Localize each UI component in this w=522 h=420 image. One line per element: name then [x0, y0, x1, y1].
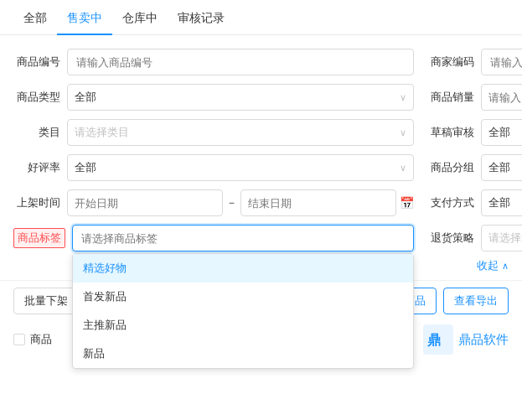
tab-selling[interactable]: 售卖中 — [57, 11, 112, 34]
return-policy-label: 退货策略 — [427, 231, 474, 246]
date-separator: － — [226, 195, 237, 210]
tabs-bar: 全部 售卖中 仓库中 审核记录 — [0, 0, 522, 35]
product-tag-dropdown-container: 精选好物 首发新品 主推新品 新品 — [72, 225, 414, 251]
logo-area: 鼎 鼎品软件 — [423, 324, 509, 355]
product-type-select[interactable]: 全部 ∨ — [67, 84, 414, 111]
date-end-input[interactable] — [240, 189, 396, 216]
form-area: 商品编号 商家编码 商品类型 全部 ∨ 商品销量 ～ 类目 请选择类目 ∨ 草稿… — [0, 35, 522, 258]
logo-icon: 鼎 — [423, 324, 453, 355]
draft-audit-label: 草稿审核 — [427, 125, 474, 140]
svg-text:鼎: 鼎 — [427, 333, 441, 347]
return-policy-placeholder: 请选择退货策略 — [488, 231, 522, 246]
dropdown-item-2[interactable]: 主推新品 — [73, 311, 413, 340]
return-policy-row: 退货策略 请选择退货策略 ∨ — [427, 225, 522, 251]
sales-qty-label: 商品销量 — [427, 90, 474, 105]
chevron-down-icon: ∨ — [400, 163, 406, 174]
product-group-value: 全部 — [488, 160, 510, 175]
tab-audit[interactable]: 审核记录 — [168, 11, 235, 34]
select-all-row: 商品 — [13, 332, 52, 347]
chevron-up-icon: ∧ — [502, 261, 509, 272]
payment-method-label: 支付方式 — [427, 195, 474, 210]
payment-method-value: 全部 — [488, 195, 510, 210]
draft-audit-select[interactable]: 全部 ∨ — [481, 119, 522, 146]
chevron-down-icon: ∨ — [400, 127, 406, 138]
product-tag-label: 商品标签 — [13, 228, 65, 248]
product-group-row: 商品分组 全部 ∨ — [427, 154, 522, 181]
sales-qty-inputs: ～ — [481, 84, 522, 111]
good-rate-label: 好评率 — [13, 160, 60, 175]
category-label: 类目 — [13, 125, 60, 140]
collapse-label: 收起 — [477, 258, 499, 273]
logo-text: 鼎品软件 — [458, 332, 509, 348]
product-tag-dropdown: 精选好物 首发新品 主推新品 新品 — [72, 253, 414, 369]
category-row: 类目 请选择类目 ∨ — [13, 119, 414, 146]
product-id-row: 商品编号 — [13, 49, 414, 75]
collapse-button[interactable]: 收起 ∧ — [477, 258, 509, 273]
tab-all[interactable]: 全部 — [13, 11, 57, 34]
category-placeholder: 请选择类目 — [75, 125, 129, 140]
product-tag-input[interactable] — [72, 225, 414, 251]
good-rate-row: 好评率 全部 ∨ — [13, 154, 414, 181]
good-rate-value: 全部 — [75, 160, 96, 175]
merchant-code-row: 商家编码 — [427, 49, 522, 75]
product-group-label: 商品分组 — [427, 160, 474, 175]
payment-method-row: 支付方式 全部 ∨ — [427, 189, 522, 216]
sales-qty-min-input[interactable] — [481, 84, 522, 111]
view-export-button[interactable]: 查看导出 — [443, 288, 509, 314]
product-type-label: 商品类型 — [13, 90, 60, 105]
date-range-inputs: － 📅 — [67, 189, 414, 216]
return-policy-select[interactable]: 请选择退货策略 ∨ — [481, 225, 522, 251]
goods-label: 商品 — [30, 332, 52, 347]
product-type-row: 商品类型 全部 ∨ — [13, 84, 414, 111]
product-group-select[interactable]: 全部 ∨ — [481, 154, 522, 181]
merchant-code-input[interactable] — [481, 49, 522, 75]
dropdown-item-0[interactable]: 精选好物 — [73, 254, 413, 283]
draft-audit-value: 全部 — [488, 125, 510, 140]
merchant-code-label: 商家编码 — [427, 54, 474, 70]
product-tag-row: 商品标签 精选好物 首发新品 主推新品 新品 — [13, 225, 414, 251]
tab-warehouse[interactable]: 仓库中 — [112, 11, 168, 34]
batch-unlist-button[interactable]: 批量下架 — [13, 288, 79, 314]
product-type-value: 全部 — [75, 90, 96, 105]
product-id-label: 商品编号 — [13, 54, 60, 70]
date-start-input[interactable] — [67, 189, 223, 216]
payment-method-select[interactable]: 全部 ∨ — [481, 189, 522, 216]
category-select[interactable]: 请选择类目 ∨ — [67, 119, 414, 146]
select-all-checkbox[interactable] — [13, 334, 25, 345]
sales-qty-row: 商品销量 ～ — [427, 84, 522, 111]
product-id-input[interactable] — [67, 49, 414, 75]
good-rate-select[interactable]: 全部 ∨ — [67, 154, 414, 181]
chevron-down-icon: ∨ — [400, 92, 406, 103]
calendar-icon[interactable]: 📅 — [400, 196, 414, 210]
listing-time-label: 上架时间 — [13, 195, 60, 210]
listing-time-row: 上架时间 － 📅 — [13, 189, 414, 216]
dropdown-item-1[interactable]: 首发新品 — [73, 283, 413, 311]
draft-audit-row: 草稿审核 全部 ∨ — [427, 119, 522, 146]
dropdown-item-3[interactable]: 新品 — [73, 340, 413, 368]
